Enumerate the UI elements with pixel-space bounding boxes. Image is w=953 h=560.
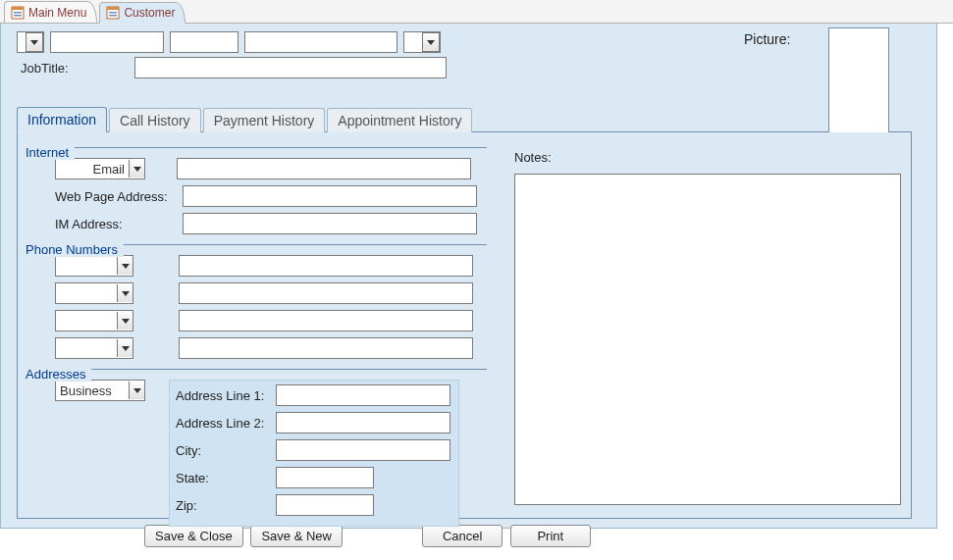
tab-appointment-history-label: Appointment History [338,113,461,128]
tab-appointment-history[interactable]: Appointment History [327,108,472,132]
tab-information-label: Information [27,112,96,127]
document-tab-bar: Main Menu Customer [0,0,953,24]
save-new-button[interactable]: Save & New [250,525,343,547]
phone-type-combo-3[interactable] [55,310,133,331]
email-type-combo[interactable]: Email [55,158,145,179]
addresses-group: Addresses Business Address Line 1: Addre… [26,369,487,527]
chevron-down-icon[interactable] [129,160,144,178]
addr-line2-input[interactable] [276,412,450,433]
internet-group: Internet Email Web Page Address: [26,147,487,234]
address-type-value: Business [60,383,129,398]
svg-rect-6 [109,12,117,14]
customer-form: JobTitle: Picture: Information Call Hist… [0,24,937,529]
tab-payment-history-label: Payment History [214,113,315,128]
form-icon [106,6,120,20]
tab-main-menu-label: Main Menu [28,6,86,20]
addr-city-label: City: [176,443,270,458]
first-name-input[interactable] [50,31,164,53]
email-input[interactable] [177,158,471,179]
addr-city-input[interactable] [276,439,450,461]
phone-type-combo-2[interactable] [55,282,133,304]
phone-group-title: Phone Numbers [26,242,124,257]
im-input[interactable] [183,213,477,234]
phone-input-3[interactable] [179,310,473,331]
webpage-label: Web Page Address: [55,189,177,204]
chevron-down-icon[interactable] [117,257,132,275]
webpage-input[interactable] [183,185,477,207]
addr-zip-label: Zip: [176,498,270,513]
subform-tab-bar: Information Call History Payment History… [17,106,912,132]
addr-state-label: State: [176,471,270,485]
svg-rect-2 [14,12,22,14]
phone-group: Phone Numbers [26,244,487,359]
print-button[interactable]: Print [510,525,591,547]
middle-name-input[interactable] [170,31,238,53]
address-type-combo[interactable]: Business [55,380,145,401]
chevron-down-icon[interactable] [26,32,43,52]
tab-call-history[interactable]: Call History [109,108,201,132]
picture-box[interactable] [828,27,889,145]
jobtitle-input[interactable] [134,57,447,78]
tab-customer-label: Customer [124,6,175,20]
tab-main-menu[interactable]: Main Menu [4,1,97,23]
cancel-button[interactable]: Cancel [422,525,503,547]
addr-line2-label: Address Line 2: [176,416,270,431]
addr-line1-label: Address Line 1: [176,388,270,403]
tab-information[interactable]: Information [17,107,107,132]
phone-input-2[interactable] [179,282,473,304]
chevron-down-icon[interactable] [422,32,440,52]
svg-rect-5 [107,7,119,10]
chevron-down-icon[interactable] [117,284,132,302]
internet-group-title: Internet [26,145,75,160]
addr-line1-input[interactable] [276,384,450,406]
tab-customer[interactable]: Customer [99,2,185,24]
svg-rect-3 [14,15,22,17]
svg-rect-1 [12,7,24,10]
addr-zip-input[interactable] [276,494,374,516]
picture-label: Picture: [744,31,790,47]
addresses-group-title: Addresses [26,367,91,382]
phone-input-4[interactable] [179,337,473,359]
phone-input-1[interactable] [179,255,473,277]
chevron-down-icon[interactable] [129,382,144,399]
address-subpanel: Address Line 1: Address Line 2: City: St… [169,380,459,527]
svg-rect-7 [109,15,117,17]
phone-type-combo-1[interactable] [55,255,133,277]
notes-label: Notes: [514,150,552,165]
tab-call-history-label: Call History [120,113,190,128]
addr-state-input[interactable] [276,467,374,488]
save-close-button[interactable]: Save & Close [144,525,243,547]
email-type-value: Email [60,162,129,177]
notes-textarea[interactable] [514,174,901,505]
last-name-input[interactable] [244,31,397,53]
form-icon [11,6,25,20]
information-panel: Internet Email Web Page Address: [17,132,912,519]
phone-type-combo-4[interactable] [55,337,133,359]
tab-payment-history[interactable]: Payment History [203,108,326,132]
jobtitle-label: JobTitle: [17,61,127,76]
prefix-combo[interactable] [17,31,44,53]
chevron-down-icon[interactable] [117,339,132,357]
jobtitle-row: JobTitle: [17,57,927,78]
im-label: IM Address: [55,217,177,231]
chevron-down-icon[interactable] [117,312,132,330]
suffix-combo[interactable] [403,31,441,53]
